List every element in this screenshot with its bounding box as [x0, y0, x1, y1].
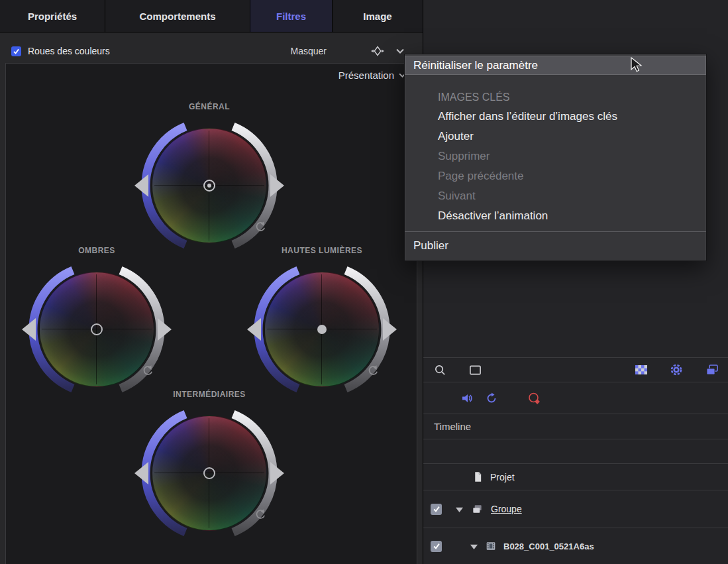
reset-icon[interactable] — [254, 221, 266, 233]
group-icon — [471, 503, 484, 516]
menu-item-previous-page: Page précédente — [405, 166, 706, 186]
arrow-right-icon[interactable] — [158, 318, 172, 341]
presentation-label: Présentation — [338, 70, 394, 81]
tab-comportements[interactable]: Comportements — [105, 0, 250, 32]
arrow-left-icon[interactable] — [247, 318, 261, 341]
arrow-right-icon[interactable] — [270, 462, 284, 484]
menu-separator — [405, 231, 706, 232]
group-checkbox[interactable] — [431, 504, 442, 515]
menu-item-add[interactable]: Ajouter — [405, 127, 706, 146]
menu-item-disable-animation[interactable]: Désactiver l’animation — [405, 206, 706, 226]
arrow-right-icon[interactable] — [270, 174, 284, 197]
wheel-center-handle[interactable] — [317, 325, 327, 334]
speaker-icon[interactable] — [460, 392, 474, 405]
color-wheels-area: Présentation GÉNÉRAL — [5, 63, 417, 564]
color-wheel-ombres: OMBRES — [14, 246, 180, 399]
color-wheel-hautes-lumieres: HAUTES LUMIÈRES — [239, 246, 405, 399]
inspector-panel: Propriétés Comportements Filtres Image R… — [0, 0, 423, 564]
wheel-label: HAUTES LUMIÈRES — [239, 246, 405, 258]
timeline-empty-row — [423, 439, 728, 464]
menu-gap — [405, 75, 706, 88]
document-icon — [472, 471, 484, 483]
frame-icon[interactable] — [469, 364, 482, 376]
color-wheel[interactable] — [239, 260, 405, 399]
timeline-label: Timeline — [434, 421, 471, 432]
color-wheel[interactable] — [14, 260, 180, 399]
project-row[interactable]: Projet — [423, 464, 728, 490]
disclosure-triangle-icon[interactable] — [470, 543, 478, 550]
presentation-dropdown[interactable]: Présentation — [338, 70, 406, 81]
menu-item-next: Suivant — [405, 186, 706, 206]
inspector-tabbar: Propriétés Comportements Filtres Image — [0, 0, 423, 32]
clip-label[interactable]: B028_C001_0521A6as — [503, 541, 594, 551]
animation-context-menu: Réinitialiser le paramètre IMAGES CLÉS A… — [404, 54, 707, 261]
checkerboard-icon[interactable] — [635, 365, 647, 374]
wheel-center-handle[interactable] — [91, 323, 103, 335]
tab-filtres[interactable]: Filtres — [250, 0, 333, 32]
menu-item-reset-parameter[interactable]: Réinitialiser le paramètre — [405, 56, 706, 75]
arrow-left-icon[interactable] — [134, 462, 148, 484]
arrow-left-icon[interactable] — [22, 318, 36, 341]
group-row[interactable]: Groupe — [423, 490, 728, 528]
arrow-left-icon[interactable] — [134, 174, 148, 197]
keyframe-icon[interactable] — [370, 46, 385, 56]
clip-checkbox[interactable] — [431, 541, 442, 552]
clip-row[interactable]: B028_C001_0521A6as — [423, 528, 728, 564]
color-wheel[interactable] — [127, 404, 292, 543]
menu-item-delete: Supprimer — [405, 146, 706, 166]
wheel-label: OMBRES — [14, 246, 180, 258]
timeline-toolbar — [423, 357, 728, 382]
chevron-down-icon[interactable] — [396, 48, 404, 54]
record-icon[interactable] — [527, 392, 541, 405]
motion-filters-inspector: Propriétés Comportements Filtres Image R… — [0, 0, 728, 564]
search-icon[interactable] — [434, 364, 446, 376]
menu-item-show-keyframe-editor[interactable]: Afficher dans l’éditeur d’images clés — [405, 107, 706, 127]
reset-icon[interactable] — [367, 365, 379, 376]
loop-icon[interactable] — [485, 392, 498, 405]
group-label[interactable]: Groupe — [491, 504, 522, 514]
filter-enable-checkbox[interactable] — [11, 46, 21, 56]
checkmark-icon — [433, 542, 441, 550]
arrow-right-icon[interactable] — [383, 318, 397, 341]
checkmark-icon — [13, 48, 20, 55]
menu-item-publish[interactable]: Publier — [405, 234, 706, 258]
tab-image[interactable]: Image — [333, 0, 423, 32]
film-icon — [485, 540, 497, 552]
project-label: Projet — [490, 472, 515, 482]
checkmark-icon — [433, 505, 441, 513]
wheel-center-handle[interactable] — [203, 467, 215, 479]
reset-icon[interactable] — [254, 508, 266, 520]
wheel-center-handle[interactable] — [203, 180, 215, 192]
layers-icon[interactable] — [705, 363, 719, 376]
disclosure-triangle-icon[interactable] — [455, 506, 464, 513]
filter-header: Roues des couleurs Masquer — [5, 39, 417, 63]
color-wheel-general: GÉNÉRAL — [127, 102, 292, 255]
timeline-header: Timeline — [423, 414, 728, 439]
menu-section-images-cles: IMAGES CLÉS — [405, 88, 706, 107]
wheel-label: INTERMÉDIAIRES — [127, 390, 292, 402]
color-wheel-intermediaires: INTERMÉDIAIRES — [127, 390, 292, 543]
mouse-cursor — [631, 57, 645, 73]
wheel-label: GÉNÉRAL — [127, 102, 292, 114]
hide-button[interactable]: Masquer — [291, 46, 327, 56]
color-wheel[interactable] — [127, 116, 292, 255]
tab-proprietes[interactable]: Propriétés — [0, 0, 105, 32]
filter-title: Roues des couleurs — [28, 46, 110, 56]
timeline-controls-row — [423, 382, 728, 414]
reset-icon[interactable] — [142, 365, 154, 376]
gear-icon[interactable] — [670, 363, 683, 376]
